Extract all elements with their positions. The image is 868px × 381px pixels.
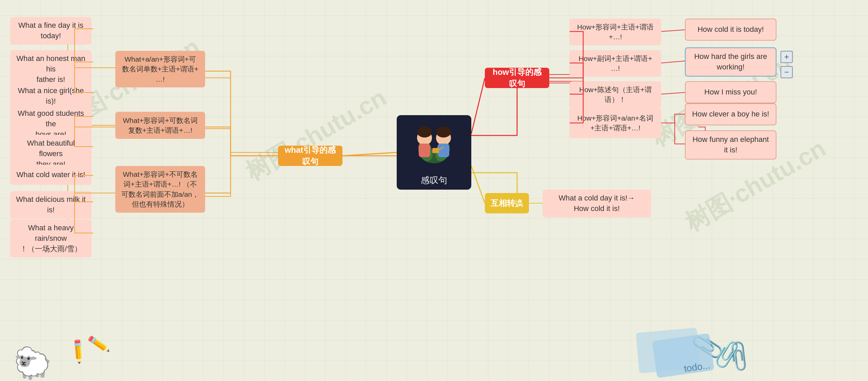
how-ex-2: How hard the girls are working! — [685, 47, 776, 77]
what-formula-1: What+a/an+形容词+可 数名词单数+主语+谓语+ …! — [115, 51, 205, 87]
what-formula-3: What+形容词+不可数名 词+主语+谓语+…! （不 可数名词前面不加a/an… — [115, 166, 205, 213]
decorative-pencil-yellow: ✏️ — [86, 333, 111, 356]
expand-button[interactable]: + — [781, 51, 793, 63]
svg-point-16 — [436, 127, 451, 137]
how-ex-3: How I miss you! — [685, 81, 776, 103]
how-formula-3: How+陈述句（主语+谓 语）！ — [570, 81, 661, 108]
what-formula-2: What+形容词+可数名词 复数+主语+谓语+…! — [115, 112, 205, 139]
svg-rect-7 — [403, 119, 465, 172]
center-illustration — [403, 119, 465, 173]
what-ex-6: What cold water it is! — [10, 165, 92, 185]
svg-point-13 — [417, 127, 432, 137]
decorative-paperclip-2: 🖇️ — [713, 336, 752, 374]
how-formula-2: How+副词+主语+谓语+ …! — [570, 50, 661, 77]
how-ex-4: How clever a boy he is! — [685, 103, 776, 125]
what-ex-7: What delicious milk it is! — [10, 191, 92, 219]
what-ex-1: What a fine day it is today! — [10, 17, 92, 45]
svg-rect-17 — [432, 148, 439, 153]
svg-rect-15 — [438, 144, 449, 157]
center-label: 感叹句 — [421, 174, 447, 186]
svg-rect-12 — [419, 144, 430, 157]
how-formula-1: How+形容词+主语+谓语 +…! — [570, 19, 661, 45]
how-ex-5: How funny an elephant it is! — [685, 130, 776, 160]
how-formula-4: How+形容词+a/an+名词 +主语+谓语+…! — [570, 108, 661, 138]
branch-how-node[interactable]: how引导的感叹句 — [485, 68, 549, 88]
collapse-button[interactable]: − — [781, 66, 793, 78]
what-ex-8: What a heavy rain/snow ！（一场大雨/雪） — [10, 219, 92, 257]
branch-convert-node[interactable]: 互相转换 — [485, 193, 529, 213]
convert-example: What a cold day it is!→ How cold it is! — [542, 190, 651, 217]
how-ex-1: How cold it is today! — [685, 19, 776, 41]
decorative-animal: 🐑 — [14, 345, 52, 381]
center-node: 感叹句 — [397, 115, 471, 190]
branch-what-node[interactable]: what引导的感叹句 — [278, 146, 342, 166]
